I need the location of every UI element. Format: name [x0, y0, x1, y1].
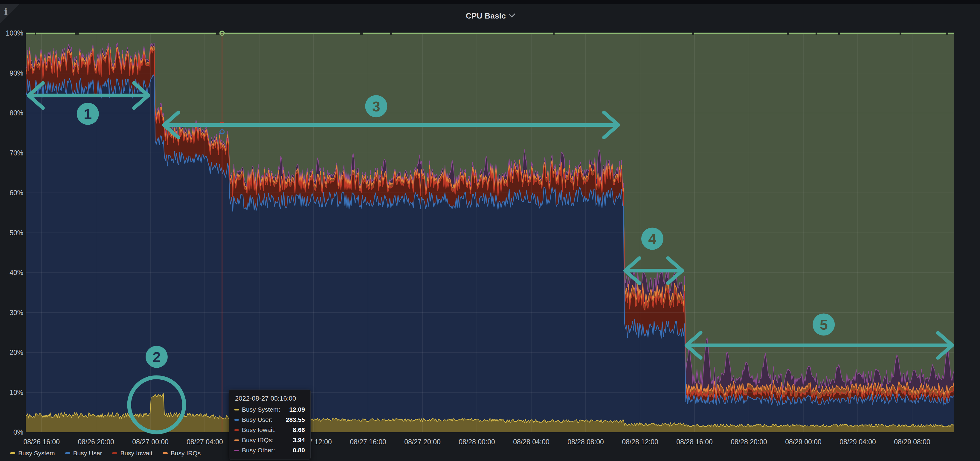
tooltip-series-value: 3.94 — [293, 437, 305, 444]
chart-tooltip: 2022-08-27 05:16:00 Busy System:12.09Bus… — [229, 389, 310, 459]
x-tick-label: 08/26 20:00 — [68, 438, 124, 446]
tooltip-row-busy-irqs: Busy IRQs:3.94 — [234, 437, 305, 444]
tooltip-series-swatch — [234, 419, 239, 421]
x-tick-label: 08/27 00:00 — [122, 438, 179, 446]
legend-item-busy-user[interactable]: Busy User — [65, 450, 102, 457]
annotation-badge-3: 3 — [365, 95, 387, 117]
tooltip-series-value: 0.80 — [293, 447, 305, 454]
legend-swatch — [162, 452, 168, 454]
tooltip-series-name: Busy Other: — [242, 447, 288, 454]
legend-swatch — [65, 452, 70, 454]
legend-label: Busy System — [18, 450, 55, 457]
x-tick-label: 08/27 20:00 — [394, 438, 451, 446]
grafana-panel-screenshot: i CPU Basic 12345 100%90%80%70%60%50%40%… — [0, 0, 980, 461]
svg-text:4: 4 — [648, 231, 657, 247]
x-tick-label: 08/26 16:00 — [13, 438, 70, 446]
tooltip-series-value: 8.66 — [293, 426, 305, 434]
legend-label: Busy IRQs — [171, 450, 200, 457]
y-tick-label: 60% — [0, 189, 23, 197]
y-tick-label: 0% — [0, 428, 23, 437]
tooltip-row-busy-user: Busy User:283.55 — [234, 416, 305, 423]
svg-text:5: 5 — [820, 317, 828, 333]
legend-label: Busy User — [73, 450, 102, 457]
legend-swatch — [112, 452, 117, 454]
x-tick-label: 08/28 08:00 — [557, 438, 614, 446]
x-tick-label: 08/29 08:00 — [884, 438, 940, 446]
tooltip-series-swatch — [234, 450, 239, 451]
x-tick-label: 08/28 12:00 — [612, 438, 668, 446]
x-tick-label: 08/28 04:00 — [503, 438, 560, 446]
x-tick-label: 08/28 16:00 — [666, 438, 723, 446]
annotation-badge-2: 2 — [146, 346, 168, 368]
svg-text:3: 3 — [372, 99, 380, 114]
y-tick-label: 70% — [0, 149, 23, 157]
legend: Busy SystemBusy UserBusy IowaitBusy IRQs — [10, 450, 200, 457]
tooltip-series-swatch — [234, 439, 239, 441]
tooltip-series-name: Busy System: — [242, 406, 284, 413]
legend-item-busy-irqs[interactable]: Busy IRQs — [162, 450, 200, 457]
y-tick-label: 40% — [0, 269, 23, 277]
y-tick-label: 20% — [0, 348, 23, 357]
tooltip-series-name: Busy Iowait: — [242, 426, 288, 434]
tooltip-series-swatch — [234, 409, 239, 410]
x-tick-label: 08/27 16:00 — [340, 438, 396, 446]
tooltip-series-value: 12.09 — [289, 406, 305, 413]
svg-text:2: 2 — [153, 349, 161, 365]
legend-item-busy-system[interactable]: Busy System — [10, 450, 55, 457]
tooltip-series-name: Busy IRQs: — [242, 437, 288, 444]
y-tick-label: 10% — [0, 388, 23, 397]
annotation-badge-4: 4 — [641, 228, 663, 250]
tooltip-series-swatch — [234, 429, 239, 431]
x-tick-label: 08/29 00:00 — [775, 438, 832, 446]
tooltip-series-name: Busy User: — [242, 416, 281, 423]
x-tick-label: 08/28 00:00 — [449, 438, 505, 446]
tooltip-series-value: 283.55 — [286, 416, 305, 423]
y-tick-label: 80% — [0, 109, 23, 117]
x-tick-label: 08/29 04:00 — [829, 438, 886, 446]
tooltip-timestamp: 2022-08-27 05:16:00 — [235, 395, 305, 402]
idle-top-line — [26, 33, 954, 34]
annotation-badge-1: 1 — [77, 103, 99, 125]
tooltip-row-busy-iowait: Busy Iowait:8.66 — [234, 426, 305, 434]
legend-swatch — [10, 452, 15, 454]
legend-item-busy-iowait[interactable]: Busy Iowait — [112, 450, 152, 457]
x-tick-label: 08/27 04:00 — [177, 438, 233, 446]
y-tick-label: 90% — [0, 69, 23, 78]
y-tick-label: 50% — [0, 229, 23, 237]
y-tick-label: 100% — [0, 29, 23, 37]
cpu-usage-chart[interactable]: 12345 — [0, 0, 980, 461]
legend-label: Busy Iowait — [120, 450, 152, 457]
tooltip-row-busy-other: Busy Other:0.80 — [234, 447, 305, 454]
annotation-badge-5: 5 — [813, 314, 835, 336]
x-tick-label: 08/28 20:00 — [721, 438, 777, 446]
svg-text:1: 1 — [84, 106, 92, 122]
tooltip-row-busy-system: Busy System:12.09 — [234, 406, 305, 413]
y-tick-label: 30% — [0, 308, 23, 317]
